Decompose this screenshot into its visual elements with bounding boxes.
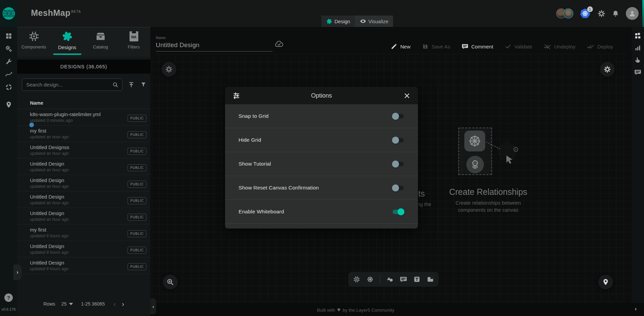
notifications-bell-icon[interactable] <box>612 10 619 17</box>
design-list-item[interactable]: k8s-wasm-plugin-ratelimiter.ymlupdated 3… <box>17 109 150 126</box>
new-button[interactable]: New <box>391 43 410 50</box>
comment-button[interactable]: Comment <box>462 43 493 50</box>
designs-count-header: DESIGNS (36,065) <box>17 60 150 74</box>
tune-sliders-icon <box>232 92 240 100</box>
upload-design-icon[interactable] <box>128 81 135 88</box>
panel-tab-catalog-label: Catalog <box>93 44 108 49</box>
toggle-show-reset-confirmation[interactable] <box>392 184 404 191</box>
panel-collapse-handle[interactable]: ‹ <box>150 298 156 314</box>
meshery-mascot-tile <box>466 156 484 173</box>
meshmap-pin-icon[interactable] <box>5 101 12 108</box>
design-name-input[interactable] <box>156 40 273 51</box>
tab-visualize-label: Visualize <box>368 19 389 24</box>
canvas-toolbar: New Save As Comment Validate Undeploy De… <box>391 43 613 50</box>
toggle-enable-whiteboard[interactable] <box>392 208 404 215</box>
search-box[interactable] <box>22 78 122 91</box>
deploy-button[interactable]: Deploy <box>587 43 613 50</box>
collaborator-avatars[interactable] <box>556 8 573 19</box>
rail-expand-handle[interactable]: › <box>13 265 22 280</box>
app-title: MeshMapBETA <box>31 8 81 18</box>
panel-tab-designs[interactable]: Designs <box>50 27 84 57</box>
save-as-button[interactable]: Save As <box>422 43 450 50</box>
filter-funnel-icon[interactable] <box>140 81 146 88</box>
design-list-item[interactable]: Untitled Designssupdated an hour ago PUB… <box>17 142 150 159</box>
locate-pin-button[interactable] <box>598 275 613 289</box>
settings-gear-icon[interactable] <box>598 10 605 17</box>
check-icon <box>505 43 511 50</box>
help-button[interactable]: ? <box>4 293 13 302</box>
panel-tab-components[interactable]: Components <box>17 27 50 57</box>
comment-icon <box>462 43 468 50</box>
dock-comment-icon[interactable] <box>400 276 407 283</box>
design-list: k8s-wasm-plugin-ratelimiter.ymlupdated 3… <box>17 109 150 274</box>
canvas-settings-button-left[interactable] <box>162 62 176 77</box>
performance-icon[interactable] <box>5 71 12 78</box>
canvas-dock <box>348 272 439 287</box>
design-list-item[interactable]: Untitled Designupdated an hour ago PUBLI… <box>17 159 150 175</box>
close-icon[interactable] <box>403 92 410 99</box>
toggle-show-tutorial[interactable] <box>392 161 404 168</box>
gear-icon <box>604 66 611 73</box>
rows-label: Rows <box>43 301 55 307</box>
toggle-snap-to-grid[interactable] <box>392 113 404 120</box>
widgets-icon[interactable] <box>634 32 641 39</box>
collaborator-avatar-2[interactable] <box>563 8 573 19</box>
right-drawer-collapse-handle[interactable]: ‹ <box>635 306 637 312</box>
design-list-item[interactable]: Untitled Designupdated 8 hours ago PUBLI… <box>17 257 150 274</box>
dock-shapes-icon[interactable] <box>386 276 394 283</box>
design-list-item[interactable]: my firstupdated 6 hours ago PUBLIC <box>17 224 150 241</box>
design-list-item[interactable]: my firstupdated an hour ago PUBLIC <box>17 126 150 142</box>
configuration-icon[interactable] <box>5 58 12 65</box>
visibility-badge: PUBLIC <box>128 164 146 171</box>
meshery-logo-icon <box>2 7 15 20</box>
bar-chart-icon[interactable] <box>634 44 641 51</box>
dashboard-icon[interactable] <box>5 32 12 40</box>
visibility-badge: PUBLIC <box>128 115 146 122</box>
panel-tab-catalog[interactable]: Catalog <box>84 27 117 57</box>
catalog-drawer-icon <box>95 31 106 42</box>
kubernetes-context-button[interactable]: 1 <box>580 8 591 19</box>
gear-icon <box>165 66 173 73</box>
occluded-card-desc-fragment: ng the <box>417 201 431 207</box>
design-list-item[interactable]: Untitled Designupdated 8 hours ago PUBLI… <box>17 241 150 257</box>
panel-tab-filters[interactable]: WA Filters <box>117 27 150 57</box>
footer-credit: Built with ♥ by the Layer5 Community <box>317 307 394 313</box>
eye-icon <box>360 18 366 25</box>
zoom-button[interactable] <box>163 275 178 289</box>
design-list-item[interactable]: Untitled Designupdated an hour ago PUBLI… <box>17 175 150 191</box>
prev-page-button[interactable]: ‹ <box>114 300 116 308</box>
dock-components-icon[interactable] <box>353 276 360 283</box>
heart-icon: ♥ <box>337 307 341 313</box>
profile-avatar[interactable] <box>626 7 639 20</box>
validate-button[interactable]: Validate <box>505 43 532 50</box>
design-list-item[interactable]: Untitled Designupdated an hour ago PUBLI… <box>17 191 150 208</box>
header-accent-edge <box>642 0 644 27</box>
dock-kubernetes-icon[interactable] <box>366 276 374 283</box>
next-page-button[interactable]: › <box>122 300 124 308</box>
tab-design[interactable]: Design <box>321 15 355 27</box>
tab-visualize[interactable]: Visualize <box>355 15 393 27</box>
hand-pointer-icon[interactable] <box>634 57 641 64</box>
dock-media-icon[interactable] <box>427 276 434 283</box>
list-header-name: Name <box>17 97 150 109</box>
rows-per-page-select[interactable]: 25 <box>61 301 73 307</box>
search-input[interactable] <box>26 82 112 87</box>
comments-icon[interactable] <box>634 69 641 76</box>
toggle-hide-grid[interactable] <box>392 137 404 144</box>
visibility-badge: PUBLIC <box>128 131 146 138</box>
panel-tab-components-label: Components <box>22 44 46 49</box>
designs-panel: Components Designs Catalog WA Filters DE… <box>17 27 150 316</box>
lifecycle-icon[interactable] <box>5 45 12 52</box>
right-rail <box>632 27 644 303</box>
dock-text-tool-icon[interactable] <box>413 276 421 283</box>
extensions-icon[interactable] <box>5 83 12 91</box>
canvas-settings-button-right[interactable] <box>600 62 615 77</box>
design-list-item[interactable]: Untitled Designupdated an hour ago PUBLI… <box>17 208 150 224</box>
deploy-double-check-icon <box>587 43 594 50</box>
floppy-icon <box>422 43 429 50</box>
tab-design-label: Design <box>334 19 350 24</box>
app-logo[interactable] <box>0 0 17 27</box>
pentagon-shape <box>493 138 525 169</box>
design-name-field[interactable]: Name <box>156 36 273 51</box>
undeploy-button[interactable]: Undeploy <box>544 43 575 50</box>
